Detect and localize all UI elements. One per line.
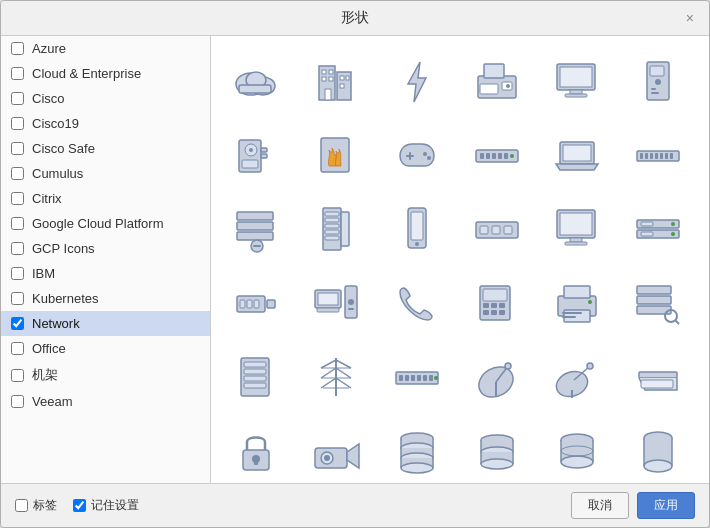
shape-mobile[interactable] (382, 194, 452, 264)
sidebar-label-2: Cisco (32, 91, 65, 106)
svg-rect-89 (247, 300, 252, 308)
shape-ip-phone[interactable] (462, 268, 532, 338)
sidebar-item-gcp-icons[interactable]: GCP Icons (1, 236, 210, 261)
sidebar-checkbox-5[interactable] (11, 167, 24, 180)
sidebar-checkbox-3[interactable] (11, 117, 24, 130)
shape-dish2[interactable] (542, 342, 612, 412)
svg-rect-44 (498, 153, 502, 159)
memory-checkbox[interactable] (73, 499, 86, 512)
shape-telephone[interactable] (382, 268, 452, 338)
shape-server-rack[interactable] (221, 342, 291, 412)
shape-patch-panel2[interactable] (382, 342, 452, 412)
shape-router[interactable] (221, 268, 291, 338)
sidebar-checkbox-1[interactable] (11, 67, 24, 80)
svg-rect-30 (261, 148, 267, 152)
sidebar-item-ibm[interactable]: IBM (1, 261, 210, 286)
shape-db-stack1[interactable] (382, 416, 452, 483)
footer-options: 标签 记住设置 (15, 497, 555, 514)
sidebar-checkbox-2[interactable] (11, 92, 24, 105)
svg-rect-134 (411, 375, 415, 381)
shape-cloud[interactable] (221, 46, 291, 116)
shape-gamepad[interactable] (382, 120, 452, 190)
svg-point-39 (427, 156, 431, 160)
shape-network-switch[interactable] (462, 120, 532, 190)
svg-rect-66 (325, 224, 339, 228)
shape-flat-server[interactable] (623, 194, 693, 264)
sidebar-checkbox-4[interactable] (11, 142, 24, 155)
shape-satellite-dish[interactable] (462, 342, 532, 412)
apply-button[interactable]: 应用 (637, 492, 695, 519)
shape-database[interactable] (542, 416, 612, 483)
shape-cylinder[interactable] (623, 416, 693, 483)
shape-workstation[interactable] (301, 268, 371, 338)
shape-stack-minus[interactable] (221, 194, 291, 264)
sidebar-item-google-cloud-platform[interactable]: Google Cloud Platform (1, 211, 210, 236)
shape-scanner[interactable] (623, 342, 693, 412)
memory-check[interactable]: 记住设置 (73, 497, 139, 514)
svg-rect-61 (253, 245, 261, 247)
sidebar-item-cisco[interactable]: Cisco (1, 86, 210, 111)
svg-rect-10 (340, 76, 344, 80)
sidebar-checkbox-10[interactable] (11, 292, 24, 305)
shape-patch-panel[interactable] (623, 120, 693, 190)
shape-lock[interactable] (221, 416, 291, 483)
shape-stack-search[interactable] (623, 268, 693, 338)
svg-rect-11 (346, 76, 349, 80)
svg-rect-56 (670, 153, 673, 159)
memory-check-text: 记住设置 (91, 497, 139, 514)
svg-rect-19 (480, 84, 498, 94)
sidebar-checkbox-0[interactable] (11, 42, 24, 55)
sidebar-item-机架[interactable]: 机架 (1, 361, 210, 389)
svg-marker-14 (408, 62, 426, 102)
shape-laptop[interactable] (542, 120, 612, 190)
sidebar-item-citrix[interactable]: Citrix (1, 186, 210, 211)
label-checkbox[interactable] (15, 499, 28, 512)
shape-tower-antenna[interactable] (301, 342, 371, 412)
svg-rect-96 (348, 308, 354, 310)
shape-monitor[interactable] (542, 46, 612, 116)
sidebar-checkbox-11[interactable] (11, 317, 24, 330)
svg-line-115 (675, 321, 679, 325)
sidebar-checkbox-12[interactable] (11, 342, 24, 355)
svg-point-180 (644, 460, 672, 472)
sidebar-item-veeam[interactable]: Veeam (1, 389, 210, 414)
shape-copier[interactable] (462, 46, 532, 116)
cancel-button[interactable]: 取消 (571, 492, 629, 519)
shape-firewall[interactable] (301, 120, 371, 190)
shape-buildings[interactable] (301, 46, 371, 116)
sidebar-item-cisco-safe[interactable]: Cisco Safe (1, 136, 210, 161)
sidebar-checkbox-13[interactable] (11, 369, 24, 382)
sidebar-item-cloud-&-enterprise[interactable]: Cloud & Enterprise (1, 61, 210, 86)
svg-rect-132 (399, 375, 403, 381)
sidebar-label-11: Network (32, 316, 80, 331)
label-check[interactable]: 标签 (15, 497, 57, 514)
shape-db-stack2[interactable] (462, 416, 532, 483)
svg-rect-133 (405, 375, 409, 381)
svg-rect-31 (261, 154, 267, 158)
sidebar-item-network[interactable]: Network (1, 311, 210, 336)
sidebar-item-cisco19[interactable]: Cisco19 (1, 111, 210, 136)
svg-point-95 (348, 299, 354, 305)
sidebar-item-office[interactable]: Office (1, 336, 210, 361)
sidebar-checkbox-14[interactable] (11, 395, 24, 408)
shape-tower[interactable] (623, 46, 693, 116)
shape-hdd[interactable] (221, 120, 291, 190)
close-button[interactable]: × (681, 8, 699, 28)
sidebar-checkbox-7[interactable] (11, 217, 24, 230)
svg-rect-119 (244, 376, 266, 381)
shape-printer[interactable] (542, 268, 612, 338)
shape-lightning[interactable] (382, 46, 452, 116)
sidebar-checkbox-9[interactable] (11, 267, 24, 280)
shape-camera[interactable] (301, 416, 371, 483)
shape-router-box[interactable] (462, 194, 532, 264)
sidebar-checkbox-8[interactable] (11, 242, 24, 255)
shape-rack-unit[interactable] (301, 194, 371, 264)
sidebar-item-azure[interactable]: Azure (1, 36, 210, 61)
sidebar-item-kubernetes[interactable]: Kubernetes (1, 286, 210, 311)
shape-monitor2[interactable] (542, 194, 612, 264)
sidebar-checkbox-6[interactable] (11, 192, 24, 205)
svg-rect-87 (267, 300, 275, 308)
svg-rect-90 (254, 300, 259, 308)
sidebar-item-cumulus[interactable]: Cumulus (1, 161, 210, 186)
svg-rect-55 (665, 153, 668, 159)
